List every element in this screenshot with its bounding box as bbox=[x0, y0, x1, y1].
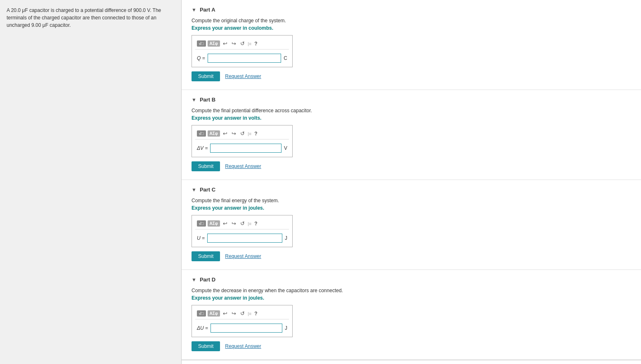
toolbar-undo-btn-part-c[interactable]: ↩ bbox=[222, 220, 229, 227]
answer-toolbar-part-d: √□ AΣφ ↩ ↪ ↺ |≡ ? bbox=[195, 308, 289, 319]
toolbar-undo-btn-part-b[interactable]: ↩ bbox=[222, 130, 229, 137]
right-panel: ▼ Part A Compute the original charge of … bbox=[182, 0, 641, 364]
part-header-part-c: ▼ Part C bbox=[192, 187, 631, 193]
toolbar-sqrt-btn-part-b[interactable]: √□ bbox=[197, 130, 206, 137]
collapse-icon-part-d[interactable]: ▼ bbox=[192, 277, 196, 283]
bottom-bar: Provide Feedback Next > bbox=[182, 360, 641, 364]
part-unit-instruction-part-c: Express your answer in joules. bbox=[192, 205, 631, 211]
toolbar-help-part-a[interactable]: ? bbox=[253, 41, 258, 47]
toolbar-reset-btn-part-a[interactable]: ↺ bbox=[239, 40, 246, 47]
part-unit-instruction-part-b: Express your answer in volts. bbox=[192, 115, 631, 121]
action-row-part-a: Submit Request Answer bbox=[192, 71, 631, 81]
toolbar-sqrt-btn-part-a[interactable]: √□ bbox=[197, 40, 206, 47]
part-instruction-part-d: Compute the decrease in energy when the … bbox=[192, 288, 631, 293]
toolbar-sep-part-c: |≡ bbox=[248, 221, 251, 226]
part-title-part-b: Part B bbox=[200, 97, 215, 103]
submit-btn-part-d[interactable]: Submit bbox=[192, 341, 220, 351]
left-panel: A 20.0 μF capacitor is charged to a pote… bbox=[0, 0, 182, 364]
answer-input-row-part-c: U = J bbox=[195, 232, 289, 244]
part-instruction-part-a: Compute the original charge of the syste… bbox=[192, 18, 631, 24]
page-container: A 20.0 μF capacitor is charged to a pote… bbox=[0, 0, 641, 364]
part-title-part-d: Part D bbox=[200, 277, 215, 283]
part-title-part-a: Part A bbox=[200, 7, 215, 13]
toolbar-sep-part-d: |≡ bbox=[248, 311, 251, 316]
toolbar-sigma-btn-part-a[interactable]: AΣφ bbox=[208, 40, 220, 47]
action-row-part-d: Submit Request Answer bbox=[192, 341, 631, 351]
answer-input-part-a[interactable] bbox=[208, 54, 281, 63]
answer-label-part-d: ΔU = bbox=[197, 325, 208, 331]
answer-unit-part-b: V bbox=[284, 145, 287, 151]
answer-unit-part-a: C bbox=[284, 55, 287, 61]
toolbar-sqrt-btn-part-d[interactable]: √□ bbox=[197, 310, 206, 317]
answer-box-part-d: √□ AΣφ ↩ ↪ ↺ |≡ ? ΔU = J bbox=[192, 305, 293, 337]
answer-box-part-b: √□ AΣφ ↩ ↪ ↺ |≡ ? ΔV = V bbox=[192, 125, 293, 157]
answer-label-part-c: U = bbox=[197, 235, 205, 241]
action-row-part-b: Submit Request Answer bbox=[192, 161, 631, 171]
part-header-part-a: ▼ Part A bbox=[192, 7, 631, 13]
toolbar-redo-btn-part-c[interactable]: ↪ bbox=[230, 220, 237, 227]
toolbar-redo-btn-part-a[interactable]: ↪ bbox=[230, 40, 237, 47]
answer-input-part-d[interactable] bbox=[211, 324, 282, 333]
part-title-part-c: Part C bbox=[200, 187, 215, 193]
part-header-part-d: ▼ Part D bbox=[192, 277, 631, 283]
submit-btn-part-b[interactable]: Submit bbox=[192, 161, 220, 171]
answer-toolbar-part-c: √□ AΣφ ↩ ↪ ↺ |≡ ? bbox=[195, 218, 289, 229]
submit-btn-part-a[interactable]: Submit bbox=[192, 71, 220, 81]
request-answer-btn-part-a[interactable]: Request Answer bbox=[225, 73, 261, 79]
answer-toolbar-part-b: √□ AΣφ ↩ ↪ ↺ |≡ ? bbox=[195, 128, 289, 139]
answer-toolbar-part-a: √□ AΣφ ↩ ↪ ↺ |≡ ? bbox=[195, 38, 289, 50]
part-section-part-a: ▼ Part A Compute the original charge of … bbox=[182, 0, 641, 90]
part-unit-instruction-part-d: Express your answer in joules. bbox=[192, 295, 631, 301]
toolbar-sigma-btn-part-c[interactable]: AΣφ bbox=[208, 220, 220, 227]
toolbar-reset-btn-part-b[interactable]: ↺ bbox=[239, 130, 246, 137]
part-section-part-c: ▼ Part C Compute the final energy of the… bbox=[182, 180, 641, 270]
toolbar-sep-part-b: |≡ bbox=[248, 131, 251, 136]
problem-text: A 20.0 μF capacitor is charged to a pote… bbox=[7, 7, 175, 29]
request-answer-btn-part-b[interactable]: Request Answer bbox=[225, 163, 261, 169]
answer-input-part-b[interactable] bbox=[210, 144, 281, 153]
toolbar-reset-btn-part-d[interactable]: ↺ bbox=[239, 310, 246, 317]
toolbar-reset-btn-part-c[interactable]: ↺ bbox=[239, 220, 246, 227]
toolbar-sep-part-a: |≡ bbox=[248, 41, 251, 46]
answer-input-row-part-d: ΔU = J bbox=[195, 322, 289, 334]
part-section-part-b: ▼ Part B Compute the final potential dif… bbox=[182, 90, 641, 180]
answer-box-part-c: √□ AΣφ ↩ ↪ ↺ |≡ ? U = J bbox=[192, 215, 293, 247]
part-header-part-b: ▼ Part B bbox=[192, 97, 631, 103]
toolbar-sqrt-btn-part-c[interactable]: √□ bbox=[197, 220, 206, 227]
answer-input-row-part-b: ΔV = V bbox=[195, 142, 289, 154]
collapse-icon-part-a[interactable]: ▼ bbox=[192, 7, 196, 13]
answer-unit-part-d: J bbox=[285, 325, 287, 331]
toolbar-sigma-btn-part-d[interactable]: AΣφ bbox=[208, 310, 220, 317]
collapse-icon-part-b[interactable]: ▼ bbox=[192, 97, 196, 103]
collapse-icon-part-c[interactable]: ▼ bbox=[192, 187, 196, 193]
part-instruction-part-b: Compute the final potential difference a… bbox=[192, 108, 631, 113]
submit-btn-part-c[interactable]: Submit bbox=[192, 251, 220, 261]
toolbar-undo-btn-part-a[interactable]: ↩ bbox=[222, 40, 229, 47]
action-row-part-c: Submit Request Answer bbox=[192, 251, 631, 261]
answer-input-row-part-a: Q = C bbox=[195, 52, 289, 64]
request-answer-btn-part-c[interactable]: Request Answer bbox=[225, 253, 261, 259]
part-section-part-d: ▼ Part D Compute the decrease in energy … bbox=[182, 270, 641, 360]
toolbar-sigma-btn-part-b[interactable]: AΣφ bbox=[208, 130, 220, 137]
toolbar-redo-btn-part-d[interactable]: ↪ bbox=[230, 310, 237, 317]
toolbar-undo-btn-part-d[interactable]: ↩ bbox=[222, 310, 229, 317]
answer-label-part-a: Q = bbox=[197, 55, 205, 61]
part-instruction-part-c: Compute the final energy of the system. bbox=[192, 198, 631, 203]
toolbar-help-part-d[interactable]: ? bbox=[253, 311, 258, 317]
answer-box-part-a: √□ AΣφ ↩ ↪ ↺ |≡ ? Q = C bbox=[192, 35, 293, 67]
toolbar-help-part-c[interactable]: ? bbox=[253, 221, 258, 227]
toolbar-help-part-b[interactable]: ? bbox=[253, 131, 258, 137]
toolbar-redo-btn-part-b[interactable]: ↪ bbox=[230, 130, 237, 137]
answer-label-part-b: ΔV = bbox=[197, 145, 208, 151]
request-answer-btn-part-d[interactable]: Request Answer bbox=[225, 343, 261, 349]
parts-container: ▼ Part A Compute the original charge of … bbox=[182, 0, 641, 360]
answer-input-part-c[interactable] bbox=[207, 234, 282, 243]
part-unit-instruction-part-a: Express your answer in coulombs. bbox=[192, 25, 631, 31]
answer-unit-part-c: J bbox=[285, 235, 287, 241]
